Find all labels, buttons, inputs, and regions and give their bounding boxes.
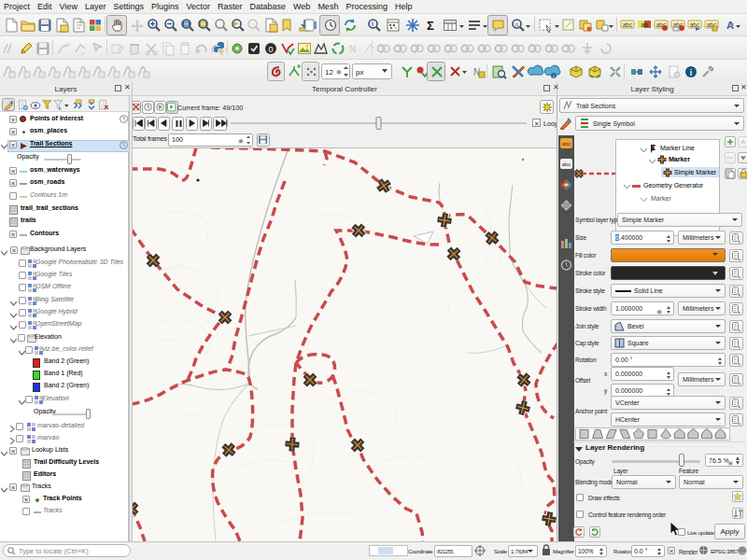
svg-text:ε: ε xyxy=(59,105,62,111)
svg-text:i: i xyxy=(372,21,374,27)
svg-text:i: i xyxy=(690,68,693,77)
svg-text:Current frame: 49/100: Current frame: 49/100 xyxy=(177,104,243,112)
svg-text:✕: ✕ xyxy=(534,120,540,127)
svg-text:i: i xyxy=(553,74,554,79)
svg-text:abc: abc xyxy=(690,21,700,28)
svg-text:N: N xyxy=(349,44,356,54)
svg-text:⌗: ⌗ xyxy=(515,21,519,28)
svg-text:abc: abc xyxy=(623,21,633,28)
svg-text:12: 12 xyxy=(325,68,333,77)
svg-text:Σ: Σ xyxy=(427,19,434,33)
svg-text:◉: ◉ xyxy=(336,68,342,75)
svg-text:100: 100 xyxy=(172,135,183,144)
svg-text:0: 0 xyxy=(268,45,273,54)
svg-text:px: px xyxy=(356,68,363,77)
svg-text:abc: abc xyxy=(562,141,571,147)
svg-text:abc: abc xyxy=(562,161,571,167)
svg-text:…: … xyxy=(740,548,746,554)
svg-text:◉: ◉ xyxy=(238,137,244,144)
svg-text:Loop: Loop xyxy=(543,119,557,128)
svg-text:ab: ab xyxy=(641,21,648,28)
svg-text:₀: ₀ xyxy=(81,49,84,55)
svg-text:Total frames: Total frames xyxy=(133,134,167,143)
